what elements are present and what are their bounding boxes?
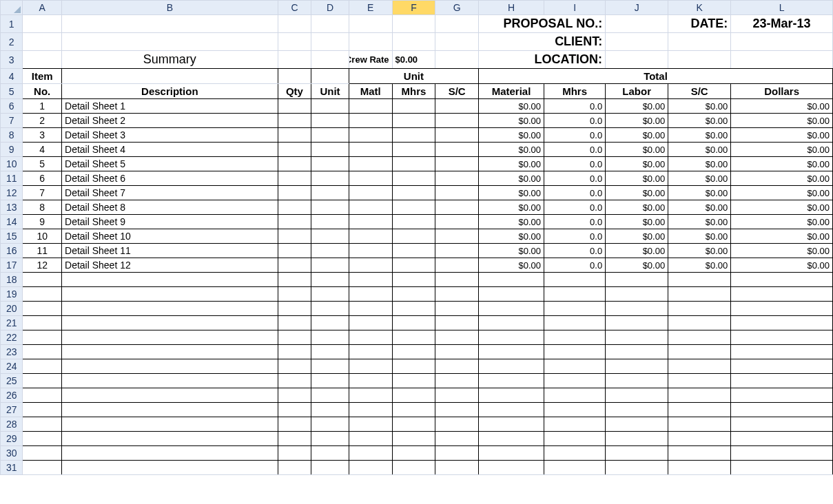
row-header-3[interactable]: 3 [1, 51, 22, 68]
empty-cell[interactable] [278, 403, 311, 417]
cell-qty[interactable] [278, 171, 311, 185]
empty-cell[interactable] [349, 345, 392, 359]
empty-cell[interactable] [668, 273, 730, 286]
cell-description[interactable]: Detail Sheet 1 [62, 99, 278, 113]
cell-dollars[interactable]: $0.00 [731, 171, 832, 185]
row-header-22[interactable]: 22 [1, 330, 22, 344]
row-header-9[interactable]: 9 [1, 143, 22, 156]
empty-cell[interactable] [62, 388, 278, 402]
empty-cell[interactable] [311, 330, 349, 344]
row-header-17[interactable]: 17 [1, 258, 22, 272]
cell-unit[interactable] [311, 171, 349, 185]
empty-cell[interactable] [311, 417, 349, 431]
empty-cell[interactable] [731, 330, 832, 344]
empty-cell[interactable] [393, 432, 435, 445]
cell-qty[interactable] [278, 143, 311, 156]
row-header-16[interactable]: 16 [1, 244, 22, 258]
cell-unit[interactable] [311, 229, 349, 243]
cell-item-no[interactable]: 12 [23, 258, 61, 272]
empty-cell[interactable] [23, 345, 61, 359]
cell-description[interactable]: Detail Sheet 11 [62, 244, 278, 258]
empty-cell[interactable] [278, 461, 311, 474]
empty-cell[interactable] [278, 287, 311, 301]
cell-sc-total[interactable]: $0.00 [668, 186, 730, 200]
empty-cell[interactable] [62, 330, 278, 344]
cell-sc[interactable] [435, 244, 478, 258]
empty-cell[interactable] [479, 273, 544, 286]
empty-cell[interactable] [62, 403, 278, 417]
empty-cell[interactable] [435, 345, 478, 359]
cell-qty[interactable] [278, 244, 311, 258]
empty-cell[interactable] [23, 374, 61, 388]
row-header-23[interactable]: 23 [1, 345, 22, 359]
empty-cell[interactable] [278, 302, 311, 315]
cell-dollars[interactable]: $0.00 [731, 244, 832, 258]
empty-cell[interactable] [479, 403, 544, 417]
empty-cell[interactable] [479, 330, 544, 344]
cell-qty[interactable] [278, 157, 311, 171]
empty-cell[interactable] [731, 302, 832, 315]
cell-material[interactable]: $0.00 [479, 244, 544, 258]
empty-cell[interactable] [731, 345, 832, 359]
cell-sc[interactable] [435, 128, 478, 142]
empty-cell[interactable] [435, 461, 478, 474]
cell-material[interactable]: $0.00 [479, 229, 544, 243]
row-header-18[interactable]: 18 [1, 273, 22, 286]
empty-cell[interactable] [62, 273, 278, 286]
cell-unit[interactable] [311, 186, 349, 200]
empty-cell[interactable] [479, 316, 544, 330]
cell-unit[interactable] [311, 99, 349, 113]
empty-cell[interactable] [23, 432, 61, 445]
empty-cell[interactable] [62, 359, 278, 373]
empty-cell[interactable] [435, 330, 478, 344]
empty-cell[interactable] [435, 388, 478, 402]
empty-cell[interactable] [606, 345, 668, 359]
empty-cell[interactable] [311, 273, 349, 286]
col-header-I[interactable]: I [544, 1, 605, 14]
row-header-11[interactable]: 11 [1, 171, 22, 185]
row-header-1[interactable]: 1 [1, 15, 22, 32]
cell-description[interactable]: Detail Sheet 5 [62, 157, 278, 171]
empty-cell[interactable] [393, 461, 435, 474]
cell-mhrs-total[interactable]: 0.0 [544, 200, 605, 214]
cell-matl[interactable] [349, 186, 392, 200]
row-header-12[interactable]: 12 [1, 186, 22, 200]
cell-description[interactable]: Detail Sheet 8 [62, 200, 278, 214]
cell-mhrs[interactable] [393, 171, 435, 185]
empty-cell[interactable] [606, 316, 668, 330]
cell-mhrs[interactable] [393, 229, 435, 243]
cell-matl[interactable] [349, 157, 392, 171]
row-header-20[interactable]: 20 [1, 302, 22, 315]
empty-cell[interactable] [544, 403, 605, 417]
empty-cell[interactable] [62, 345, 278, 359]
empty-cell[interactable] [668, 461, 730, 474]
cell-mhrs-total[interactable]: 0.0 [544, 157, 605, 171]
cell-mhrs[interactable] [393, 258, 435, 272]
empty-cell[interactable] [479, 287, 544, 301]
row-header-26[interactable]: 26 [1, 388, 22, 402]
empty-cell[interactable] [349, 417, 392, 431]
empty-cell[interactable] [731, 287, 832, 301]
empty-cell[interactable] [278, 446, 311, 460]
empty-cell[interactable] [544, 316, 605, 330]
empty-cell[interactable] [544, 359, 605, 373]
col-header-B[interactable]: B [62, 1, 278, 14]
empty-cell[interactable] [479, 302, 544, 315]
empty-cell[interactable] [479, 432, 544, 445]
cell-dollars[interactable]: $0.00 [731, 186, 832, 200]
col-header-K[interactable]: K [668, 1, 730, 14]
empty-cell[interactable] [62, 287, 278, 301]
col-header-L[interactable]: L [731, 1, 832, 14]
empty-cell[interactable] [311, 359, 349, 373]
empty-cell[interactable] [435, 273, 478, 286]
cell-labor[interactable]: $0.00 [606, 200, 668, 214]
empty-cell[interactable] [479, 374, 544, 388]
cell-labor[interactable]: $0.00 [606, 229, 668, 243]
cell-labor[interactable]: $0.00 [606, 143, 668, 156]
col-header-C[interactable]: C [278, 1, 311, 14]
empty-cell[interactable] [668, 446, 730, 460]
empty-cell[interactable] [606, 302, 668, 315]
cell-unit[interactable] [311, 258, 349, 272]
cell-sc-total[interactable]: $0.00 [668, 157, 730, 171]
cell-labor[interactable]: $0.00 [606, 258, 668, 272]
